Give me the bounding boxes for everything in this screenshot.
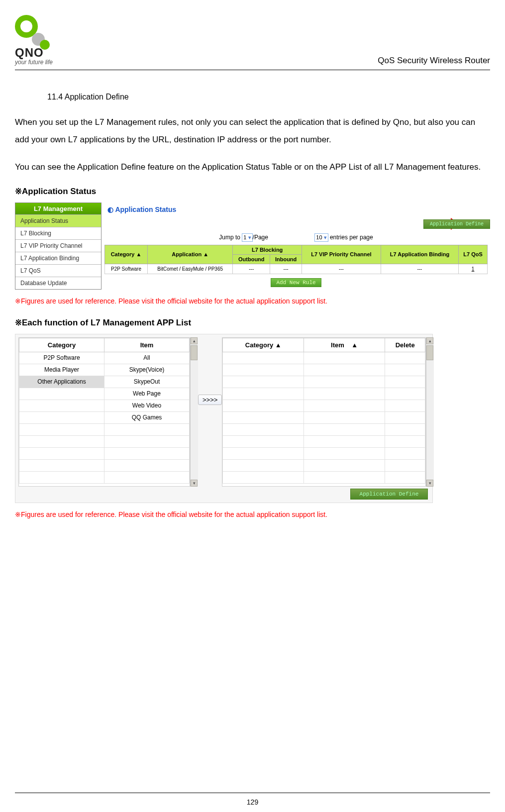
list-item: P2P SoftwareAll — [19, 352, 190, 364]
list-item — [223, 376, 425, 388]
col-l7-blocking: L7 Blocking — [233, 245, 302, 254]
col-l7-qos: L7 QoS — [459, 245, 488, 264]
reference-note-1: ※Figures are used for reference. Please … — [15, 297, 490, 305]
list-item — [223, 352, 425, 364]
cat-row-5[interactable] — [19, 411, 104, 423]
col-app-binding: L7 Application Binding — [381, 245, 458, 264]
list-item — [19, 447, 190, 459]
list-item — [223, 364, 425, 376]
side-menu-item-database-update[interactable]: Database Update — [15, 277, 101, 289]
list-item — [223, 447, 425, 459]
side-menu-item-vip-priority[interactable]: L7 VIP Priority Channel — [15, 239, 101, 252]
item-row-3[interactable]: Web Page — [104, 388, 190, 400]
list-item: Web Video — [19, 400, 190, 411]
right-scrollbar[interactable]: ▴ ▾ — [426, 337, 434, 487]
move-right-button[interactable]: >>>> — [198, 395, 222, 405]
application-status-panel: ◐ Application Status Application Define … — [104, 203, 488, 289]
col-category-right[interactable]: Category ▲ — [223, 338, 304, 352]
list-item — [223, 459, 425, 471]
application-define-button-2[interactable]: Application Define — [350, 489, 428, 500]
pointer-arrow-row: Application Define — [104, 218, 488, 230]
jump-page-select[interactable]: 1 — [242, 233, 252, 242]
side-menu-item-l7-blocking[interactable]: L7 Blocking — [15, 227, 101, 239]
app-list-heading: ※Each function of L7 Management APP List — [15, 317, 490, 328]
col-category[interactable]: Category ▲ — [105, 245, 148, 264]
cell-outbound: --- — [233, 264, 270, 274]
side-menu-item-application-status[interactable]: Application Status — [15, 214, 101, 227]
col-item-left: Item — [104, 338, 190, 352]
col-inbound: Inbound — [270, 254, 302, 264]
list-item: QQ Games — [19, 411, 190, 423]
footer-divider — [15, 793, 490, 793]
scroll-up-icon[interactable]: ▴ — [191, 337, 198, 344]
add-new-rule-button[interactable]: Add New Rule — [271, 278, 321, 287]
col-category-left: Category — [19, 338, 104, 352]
scroll-thumb[interactable] — [191, 345, 198, 360]
panel-title: ◐ Application Status — [107, 205, 488, 213]
list-item: Web Page — [19, 388, 190, 400]
item-row-2[interactable]: SkypeOut — [104, 376, 190, 388]
list-item — [223, 411, 425, 423]
list-item — [19, 435, 190, 447]
cell-category: P2P Software — [105, 264, 148, 274]
cat-row-3[interactable] — [19, 388, 104, 400]
brand-tagline: your future life — [15, 59, 70, 66]
scroll-down-icon[interactable]: ▾ — [426, 480, 433, 487]
cat-row-2[interactable]: Other Applications — [19, 376, 104, 388]
cell-application: BitComet / EasyMule / PP365 — [147, 264, 232, 274]
body-paragraph-1: When you set up the L7 Management rules,… — [15, 114, 490, 149]
application-status-figure: L7 Management Application Status L7 Bloc… — [15, 203, 490, 290]
cell-vip: --- — [302, 264, 381, 274]
list-item: Other ApplicationsSkypeOut — [19, 376, 190, 388]
cell-inbound: --- — [270, 264, 302, 274]
list-item — [223, 400, 425, 411]
list-item: Media PlayerSkype(Voice) — [19, 364, 190, 376]
cell-binding: --- — [381, 264, 458, 274]
table-row: P2P Software BitComet / EasyMule / PP365… — [105, 264, 488, 274]
col-application[interactable]: Application ▲ — [147, 245, 232, 264]
page-number: 129 — [0, 798, 505, 806]
section-heading: 11.4 Application Define — [47, 93, 490, 102]
brand-logo-block: QNO your future life — [15, 15, 70, 66]
col-item-right[interactable]: Item ▲ — [304, 338, 385, 352]
pagination-row: Jump to 1/Page 10 entries per page — [104, 233, 488, 242]
selected-list-table: Category ▲ Item ▲ Delete — [222, 337, 426, 487]
jump-to-label: Jump to — [219, 234, 240, 241]
application-define-button[interactable]: Application Define — [423, 219, 490, 229]
entries-label: entries per page — [330, 234, 373, 241]
item-row-5[interactable]: QQ Games — [104, 411, 190, 423]
page-suffix-label: /Page — [253, 234, 268, 241]
side-menu-item-l7-qos[interactable]: L7 QoS — [15, 264, 101, 277]
reference-note-2: ※Figures are used for reference. Please … — [15, 510, 490, 518]
item-row-1[interactable]: Skype(Voice) — [104, 364, 190, 376]
col-vip-priority: L7 VIP Priority Channel — [302, 245, 381, 264]
cat-row-1[interactable]: Media Player — [19, 364, 104, 376]
side-menu-title: L7 Management — [15, 203, 101, 214]
cat-row-0[interactable]: P2P Software — [19, 352, 104, 364]
brand-logo-icon — [15, 15, 45, 45]
entries-per-page-select[interactable]: 10 — [314, 233, 328, 242]
list-item — [19, 471, 190, 483]
scroll-up-icon[interactable]: ▴ — [426, 337, 433, 344]
scroll-thumb[interactable] — [426, 345, 433, 360]
l7-side-menu: L7 Management Application Status L7 Bloc… — [15, 203, 101, 290]
application-status-table: Category ▲ Application ▲ L7 Blocking L7 … — [104, 245, 488, 274]
app-list-figure: Category Item P2P SoftwareAll Media Play… — [15, 334, 433, 503]
left-scrollbar[interactable]: ▴ ▾ — [190, 337, 198, 487]
page-header: QNO your future life QoS Security Wirele… — [15, 15, 490, 70]
panel-title-text: Application Status — [115, 205, 176, 213]
available-list-table: Category Item P2P SoftwareAll Media Play… — [18, 337, 190, 487]
item-row-0[interactable]: All — [104, 352, 190, 364]
list-item — [223, 388, 425, 400]
scroll-down-icon[interactable]: ▾ — [191, 480, 198, 487]
side-menu-item-app-binding[interactable]: L7 Application Binding — [15, 252, 101, 264]
cat-row-4[interactable] — [19, 400, 104, 411]
list-item — [223, 423, 425, 435]
col-delete-right: Delete — [385, 338, 425, 352]
list-item — [223, 435, 425, 447]
body-paragraph-2: You can see the Application Define featu… — [15, 159, 490, 176]
list-item — [19, 459, 190, 471]
item-row-4[interactable]: Web Video — [104, 400, 190, 411]
cell-qos-link[interactable]: 1 — [459, 264, 488, 274]
move-button-wrap: >>>> — [198, 337, 222, 405]
